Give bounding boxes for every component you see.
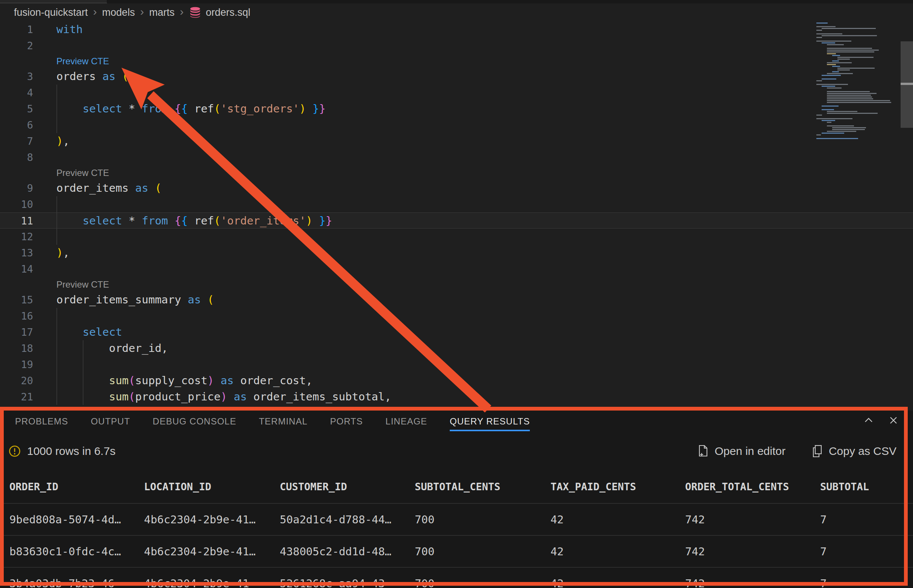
code-line[interactable]: 16 xyxy=(0,308,913,324)
column-header-customer_id: CUSTOMER_ID xyxy=(280,481,415,493)
minimap[interactable] xyxy=(815,22,901,146)
breadcrumb-item[interactable]: models xyxy=(102,7,135,18)
table-row[interactable]: 3b4a03db-7b23-464b6c2304-2b9e-415261268c… xyxy=(0,568,913,588)
code-line[interactable]: 21 sum(product_price) as order_items_sub… xyxy=(0,389,913,405)
code-lens-preview-cte[interactable]: Preview CTE xyxy=(57,277,109,292)
table-row[interactable]: b83630c1-0fdc-4c…4b6c2304-2b9e-41…438005… xyxy=(0,536,913,568)
line-number: 20 xyxy=(0,373,33,389)
copy-as-csv-button[interactable]: Copy as CSV xyxy=(812,445,897,457)
code-line[interactable]: 15order_items_summary as ( xyxy=(0,292,913,308)
line-number: 6 xyxy=(0,117,33,133)
table-cell: 7 xyxy=(820,577,913,588)
warning-icon xyxy=(8,445,21,457)
vscode-window: fusion-quickstart›models›marts›orders.sq… xyxy=(0,0,913,588)
breadcrumb-item[interactable]: marts xyxy=(149,7,175,18)
panel-tab-ports[interactable]: PORTS xyxy=(330,412,363,431)
code-line[interactable]: 20 sum(supply_cost) as order_cost, xyxy=(0,373,913,389)
open-in-editor-label: Open in editor xyxy=(714,445,785,457)
table-cell: 5261268c-aa94-43 xyxy=(280,577,415,588)
table-cell: 700 xyxy=(415,577,551,588)
code-line[interactable]: 2 xyxy=(0,37,913,54)
line-number: 5 xyxy=(0,101,33,117)
table-cell: 742 xyxy=(685,577,820,588)
code-line[interactable]: 18 order_id, xyxy=(0,340,913,356)
code-line[interactable]: 7), xyxy=(0,133,913,149)
code-line[interactable]: 12 xyxy=(0,229,913,245)
code-line[interactable]: 1with xyxy=(0,21,913,37)
line-number: 16 xyxy=(0,308,33,324)
code-text: select * from {{ ref('order_items') }} xyxy=(57,213,332,229)
code-line[interactable]: 4 xyxy=(0,85,913,101)
database-icon xyxy=(189,6,202,18)
code-text: sum(supply_cost) as order_cost, xyxy=(57,373,312,389)
table-row[interactable]: 9bed808a-5074-4d…4b6c2304-2b9e-41…50a2d1… xyxy=(0,504,913,536)
code-text: order_id, xyxy=(57,340,168,356)
breadcrumb-item[interactable]: fusion-quickstart xyxy=(14,7,88,18)
code-text: sum(product_price) as order_items_subtot… xyxy=(57,389,391,405)
code-line[interactable]: 14 xyxy=(0,261,913,277)
table-cell: 4b6c2304-2b9e-41… xyxy=(144,545,280,558)
table-cell: 3b4a03db-7b23-46 xyxy=(10,577,144,588)
line-number: 13 xyxy=(0,245,33,261)
breadcrumb-file[interactable]: orders.sql xyxy=(189,6,250,18)
panel-tab-debug-console[interactable]: DEBUG CONSOLE xyxy=(153,412,236,431)
table-cell: 9bed808a-5074-4d… xyxy=(10,513,144,526)
table-cell: 700 xyxy=(415,513,551,526)
table-cell: 7 xyxy=(820,513,913,526)
panel-tab-output[interactable]: OUTPUT xyxy=(90,412,130,431)
table-cell: 42 xyxy=(551,513,685,526)
code-text: select * from {{ ref('stg_orders') }} xyxy=(57,101,326,117)
code-line[interactable]: 13), xyxy=(0,245,913,261)
code-line[interactable]: 19 xyxy=(0,356,913,373)
line-number: 1 xyxy=(0,21,33,37)
code-editor[interactable]: 1with2Preview CTE3orders as (45 select *… xyxy=(0,20,913,410)
code-line[interactable]: 5 select * from {{ ref('stg_orders') }} xyxy=(0,101,913,117)
panel-tab-lineage[interactable]: LINEAGE xyxy=(385,412,427,431)
column-header-tax_paid_cents: TAX_PAID_CENTS xyxy=(551,481,685,493)
line-number: 8 xyxy=(0,149,33,165)
table-cell: 438005c2-dd1d-48… xyxy=(280,545,415,558)
editor-scrollbar[interactable] xyxy=(901,20,913,410)
code-line[interactable]: 3orders as ( xyxy=(0,68,913,85)
code-line[interactable]: 10 xyxy=(0,196,913,212)
open-in-editor-button[interactable]: Open in editor xyxy=(698,445,785,457)
breadcrumb-separator: › xyxy=(93,6,97,17)
line-number: 7 xyxy=(0,133,33,149)
code-lens-preview-cte[interactable]: Preview CTE xyxy=(57,54,109,68)
panel-tab-terminal[interactable]: TERMINAL xyxy=(259,412,307,431)
column-header-order_id: ORDER_ID xyxy=(10,481,144,493)
table-cell: 4b6c2304-2b9e-41 xyxy=(144,577,280,588)
column-header-order_total_cents: ORDER_TOTAL_CENTS xyxy=(685,481,820,493)
maximize-panel-chevron-up-icon[interactable] xyxy=(862,414,876,427)
code-text: with xyxy=(57,21,83,37)
code-lens-preview-cte[interactable]: Preview CTE xyxy=(57,165,109,180)
code-lens-row: Preview CTE xyxy=(0,54,913,68)
code-line[interactable]: 8 xyxy=(0,149,913,165)
code-text: orders as ( xyxy=(57,68,129,85)
table-cell: 7 xyxy=(820,545,913,558)
line-number: 10 xyxy=(0,196,33,212)
breadcrumb-separator: › xyxy=(140,6,144,17)
line-number: 2 xyxy=(0,37,33,54)
code-line[interactable]: 6 xyxy=(0,117,913,133)
breadcrumb-file-name: orders.sql xyxy=(206,7,250,18)
active-editor-tab-edge[interactable] xyxy=(0,0,107,3)
code-lens-row: Preview CTE xyxy=(0,165,913,180)
code-line[interactable]: 17 select xyxy=(0,324,913,340)
line-number: 4 xyxy=(0,85,33,101)
line-number: 17 xyxy=(0,324,33,340)
overview-ruler-cursor-marker xyxy=(901,83,913,85)
line-number: 12 xyxy=(0,229,33,245)
line-number: 19 xyxy=(0,356,33,373)
code-line-current[interactable]: 11 select * from {{ ref('order_items') }… xyxy=(0,212,913,229)
code-text: select xyxy=(57,324,122,340)
close-panel-icon[interactable] xyxy=(887,414,900,427)
status-text: 1000 rows in 6.7s xyxy=(27,445,115,457)
code-text: order_items_summary as ( xyxy=(57,292,214,308)
panel-tab-problems[interactable]: PROBLEMS xyxy=(15,412,68,431)
line-number: 18 xyxy=(0,340,33,356)
code-line[interactable]: 9order_items as ( xyxy=(0,180,913,196)
code-lens-row: Preview CTE xyxy=(0,277,913,292)
panel-tab-query-results[interactable]: QUERY RESULTS xyxy=(450,412,530,431)
table-header-row: ORDER_IDLOCATION_IDCUSTOMER_IDSUBTOTAL_C… xyxy=(0,470,913,504)
